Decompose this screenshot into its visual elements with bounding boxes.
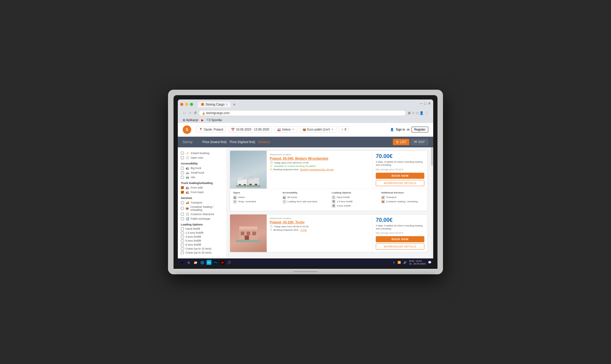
pallet-type-filter[interactable]: 📦 Euro pallet (1m²) ▼ — [300, 126, 336, 133]
pallet-exchange-checkbox[interactable] — [181, 217, 184, 220]
scrollbar-thumb[interactable] — [431, 147, 433, 166]
sidebar-item-1-5-forklift[interactable]: 1.5 tons forklift — [181, 231, 223, 234]
sort-distance[interactable]: Distance — [258, 140, 270, 144]
active-tab[interactable]: Storing Cargo × — [198, 102, 231, 107]
hand-forklift-checkbox[interactable] — [181, 227, 184, 230]
taskview-icon[interactable]: ▤ — [186, 260, 191, 265]
notification-icon[interactable]: 💬 — [428, 261, 431, 264]
sidebar-item-hand-forklift[interactable]: Hand forklift — [181, 227, 223, 230]
sidebar-item-customs[interactable]: 📋 Customs clearance — [181, 212, 223, 216]
container-checkbox[interactable] — [181, 207, 184, 210]
from-back-checkbox[interactable] — [181, 191, 184, 194]
volume-icon[interactable]: 🔊 — [403, 261, 407, 264]
1-5-forklift-checkbox[interactable] — [181, 231, 184, 234]
type-temp-controlled: 🌡 Temp. controlled — [233, 200, 276, 204]
sidebar-item-small-truck[interactable]: 🚐 Small truck — [181, 171, 223, 175]
access-loading: ↔ Loading from side and back — [283, 200, 326, 204]
music-icon[interactable]: 🎵 — [227, 260, 232, 265]
sidebar-item-big-truck[interactable]: 🚛 Big truck — [181, 166, 223, 170]
sidebar-item-instant-booking[interactable]: ⚡ Instant booking — [181, 151, 223, 155]
list-view-button[interactable]: ☰ LIST — [393, 139, 409, 145]
register-button[interactable]: Register — [412, 127, 428, 132]
start-icon[interactable]: ⊞ — [180, 260, 185, 265]
location-name-1[interactable]: Poland, 55-040, Bielany Wrocławskie — [270, 157, 369, 160]
window-minimize-icon[interactable]: ─ — [420, 102, 423, 106]
5-tons-forklift-checkbox[interactable] — [181, 239, 184, 242]
audition-icon[interactable]: Au — [207, 260, 211, 265]
sidebar-item-crane-20[interactable]: Crane (up to 20 tons) — [181, 251, 223, 254]
customs-checkbox[interactable] — [181, 213, 184, 216]
sidebar-item-from-side[interactable]: 🚛 From side — [181, 186, 223, 189]
card-main-2: Warehouse location: Poland, 43-100, Tych… — [230, 214, 427, 252]
transport-checkbox[interactable] — [181, 201, 184, 204]
photoshop-icon[interactable]: Ps — [213, 260, 218, 265]
loading-detail-icon: ↔ — [283, 200, 286, 204]
sidebar-item-8-tons-forklift[interactable]: 8 tons forklift — [181, 243, 223, 246]
sidebar-item-pallet-exchange[interactable]: 🔄 Pallet exchange — [181, 217, 223, 221]
crane-20-checkbox[interactable] — [181, 251, 184, 254]
crane-10-checkbox[interactable] — [181, 247, 184, 250]
star-icon[interactable]: ☆ — [412, 111, 415, 115]
instant-booking-checkbox[interactable] — [181, 152, 184, 155]
refresh-nav-btn[interactable]: ↺ — [194, 111, 197, 115]
bookmark-apps[interactable]: ⊞ Aplikacje — [183, 118, 198, 122]
open-now-checkbox[interactable] — [181, 156, 184, 159]
tab-close-btn[interactable]: × — [226, 103, 228, 106]
card-details-1: Types 🏭 Indoor 🌡 Temp. controlled — [230, 189, 427, 211]
system-tray-chevron[interactable]: ∧ — [393, 261, 395, 264]
from-side-checkbox[interactable] — [181, 186, 184, 189]
sidebar-item-van[interactable]: 🚌 Van — [181, 175, 223, 179]
address-bar[interactable]: 🔒 storingcargo.com — [199, 110, 406, 116]
new-tab-btn[interactable]: + — [231, 101, 237, 107]
svg-rect-15 — [236, 240, 261, 242]
sidebar-item-from-back[interactable]: 🚛 From back — [181, 190, 223, 194]
back-nav-btn[interactable]: ← — [183, 111, 186, 115]
sort-price-high[interactable]: Price (highest first) — [230, 140, 255, 144]
sidebar-item-3-tons-forklift[interactable]: 3 tons forklift — [181, 235, 223, 238]
window-maximize-btn[interactable] — [190, 103, 193, 106]
window-close-icon[interactable]: ✕ — [428, 102, 431, 106]
map-view-button[interactable]: 🗺 MAP — [411, 139, 428, 145]
warehouse-details-btn-1[interactable]: WAREHOUSE DETAILS — [376, 180, 424, 186]
scrollbar[interactable] — [431, 147, 433, 259]
bookmark-youtube[interactable]: ▶ — [201, 118, 204, 122]
forward-nav-btn[interactable]: → — [188, 111, 192, 115]
sidebar-item-open-now[interactable]: 🕐 Open now — [181, 156, 223, 160]
loading-detail-title: Loading Options — [332, 191, 375, 194]
screenshot-icon[interactable]: □ — [416, 111, 418, 115]
warehouse-image-2 — [230, 214, 267, 252]
date-filter[interactable]: 📅 10.06.2020 - 13.06.2020 — [228, 126, 272, 133]
window-restore-icon[interactable]: □ — [424, 102, 426, 106]
3-tons-forklift-checkbox[interactable] — [181, 235, 184, 238]
window-close-btn[interactable] — [180, 103, 183, 106]
location-filter[interactable]: 📍 Opole, Poland — [196, 126, 226, 133]
extension-icon[interactable]: ⊞ — [408, 111, 411, 115]
hand-forklift-icon: 🔧 — [332, 196, 335, 199]
signin-link[interactable]: Sign in — [396, 128, 405, 131]
van-checkbox[interactable] — [181, 176, 184, 179]
explorer-icon[interactable]: 📁 — [193, 260, 198, 265]
window-minimize-btn[interactable] — [185, 103, 188, 106]
bookmark-facebook[interactable]: f 0 Sporóła — [207, 118, 222, 122]
book-now-btn-2[interactable]: BOOK NOW — [376, 236, 424, 242]
sidebar-item-transport[interactable]: 🚚 Transport — [181, 201, 223, 204]
8-tons-forklift-checkbox[interactable] — [181, 243, 184, 246]
illustrator-icon[interactable]: Ai — [220, 260, 225, 265]
sort-price-low[interactable]: Price (lowest first) — [202, 140, 226, 144]
pallet-count-filter[interactable]: ≡ 8 — [339, 126, 349, 133]
book-now-btn-1[interactable]: BOOK NOW — [376, 173, 424, 179]
site-logo[interactable]: S — [183, 125, 191, 134]
user-icon[interactable]: 👤 — [419, 111, 424, 115]
big-truck-checkbox[interactable] — [181, 167, 184, 170]
chrome-icon[interactable]: 🌐 — [200, 260, 205, 265]
price-2: 70.00€ — [376, 217, 393, 223]
small-truck-checkbox[interactable] — [181, 171, 184, 174]
sidebar-item-container[interactable]: 📦 Container loading / unloading — [181, 205, 223, 211]
menu-icon[interactable]: ⋮ — [425, 111, 428, 115]
location-name-2[interactable]: Poland, 43-100, Tychy — [270, 220, 369, 224]
sidebar-item-5-tons-forklift[interactable]: 5 tons forklift — [181, 239, 223, 242]
accessibility-section-title: Accessibility — [181, 162, 223, 165]
storage-type-filter[interactable]: 🏭 Indoor ▼ — [274, 126, 297, 133]
sidebar-item-crane-10[interactable]: Crane (up to 10 tons) — [181, 247, 223, 250]
warehouse-details-btn-2[interactable]: WAREHOUSE DETAILS — [376, 243, 424, 250]
